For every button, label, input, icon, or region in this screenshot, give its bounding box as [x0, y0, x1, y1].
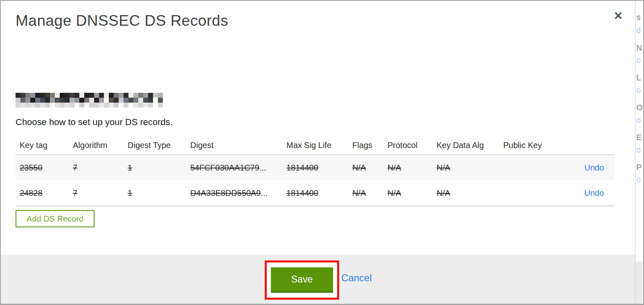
cell-key-data-alg: N/A [432, 163, 499, 173]
table-header-row: Key tagAlgorithmDigest TypeDigestMax Sig… [16, 136, 615, 155]
table-row: 24828 7 1 D4A33E8DD550A9... 1814400 N/A … [16, 180, 615, 206]
background-text-fragment: L [636, 74, 641, 82]
red-annotation-box: Save [265, 260, 339, 300]
cell-key-tag: 24828 [16, 188, 69, 198]
column-header: Protocol [383, 141, 432, 150]
column-header: Digest Type [124, 141, 186, 150]
undo-link[interactable]: Undo [584, 163, 604, 172]
column-header: Key Data Alg [432, 141, 499, 150]
cell-protocol: N/A [383, 188, 432, 198]
cell-action: Undo [561, 188, 615, 198]
column-header: Key tag [16, 141, 69, 150]
ds-records-table: Key tagAlgorithmDigest TypeDigestMax Sig… [16, 136, 615, 206]
background-text-fragment: P [636, 163, 642, 171]
background-text-fragment: s [636, 13, 641, 21]
background-page-strip: sdNoLoOoEoPo [635, 1, 643, 304]
background-gray-area [635, 262, 643, 304]
redacted-domain-name [16, 93, 163, 108]
background-text-fragment: E [636, 133, 642, 141]
cell-action: Undo [561, 163, 615, 173]
cell-max-sig-life: 1814400 [282, 188, 348, 198]
cell-algorithm: 7 [69, 188, 124, 198]
close-icon[interactable]: ✕ [611, 9, 625, 23]
background-text-fragment: o [636, 175, 641, 184]
cell-protocol: N/A [383, 163, 432, 173]
table-row: 23550 7 1 54FCF030AA1C79... 1814400 N/A … [16, 155, 615, 180]
background-text-fragment: d [636, 26, 641, 34]
add-ds-record-button[interactable]: Add DS Record [16, 210, 95, 227]
undo-link[interactable]: Undo [584, 188, 604, 197]
cell-algorithm: 7 [69, 163, 124, 173]
cell-digest-type: 1 [124, 163, 186, 173]
cell-digest: D4A33E8DD550A9... [186, 188, 282, 198]
dnssec-modal: Manage DNSSEC DS Records ✕ Choose how to… [0, 0, 644, 305]
subtitle-text: Choose how to set up your DS records. [16, 117, 173, 128]
cell-flags: N/A [348, 163, 383, 173]
column-header: Max Sig Life [282, 141, 348, 150]
cell-digest: 54FCF030AA1C79... [186, 163, 282, 173]
column-header: Digest [186, 141, 282, 150]
background-text-fragment: O [636, 103, 643, 112]
cell-key-data-alg: N/A [432, 188, 499, 198]
cell-key-tag: 23550 [16, 163, 69, 173]
cell-digest-type: 1 [124, 188, 186, 198]
background-text-fragment: o [636, 116, 641, 124]
background-text-fragment: o [636, 56, 641, 64]
cell-max-sig-life: 1814400 [282, 163, 348, 173]
column-header: Public Key [499, 141, 561, 150]
page-title: Manage DNSSEC DS Records [16, 12, 228, 29]
background-text-fragment: o [636, 86, 641, 94]
background-text-fragment: N [636, 44, 642, 52]
cell-flags: N/A [348, 188, 383, 198]
save-button[interactable]: Save [271, 267, 333, 293]
column-header: Flags [348, 141, 383, 150]
table-body: 23550 7 1 54FCF030AA1C79... 1814400 N/A … [16, 155, 615, 206]
cancel-link[interactable]: Cancel [341, 272, 372, 284]
column-header: Algorithm [69, 141, 124, 150]
background-text-fragment: o [636, 146, 641, 154]
